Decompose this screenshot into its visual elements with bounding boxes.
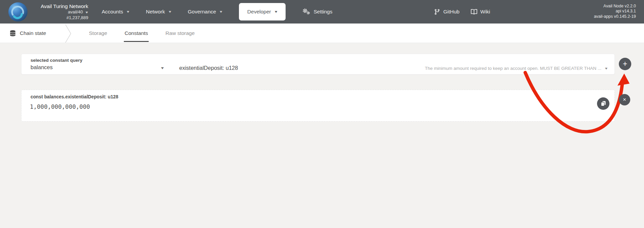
apps-version: avail-apps v0.145.2-19 xyxy=(594,14,636,19)
menu-item-developer[interactable]: Developer▼ xyxy=(239,3,286,20)
top-navigation-bar: Avail Turing Network avail/40▼ #1,237,88… xyxy=(0,0,644,24)
external-links: GitHub Wiki xyxy=(434,0,490,24)
section-title-label: Chain state xyxy=(20,30,46,36)
network-meta: Avail Turing Network avail/40▼ #1,237,88… xyxy=(30,3,88,20)
node-version: Avail Node v2.2.0 xyxy=(594,4,636,9)
menu-item-governance[interactable]: Governance▼ xyxy=(188,9,222,15)
version-info: Avail Node v2.2.0 api v14.3.1 avail-apps… xyxy=(594,4,636,19)
chevron-down-icon: ▼ xyxy=(219,10,223,13)
copy-value-button[interactable] xyxy=(597,97,609,110)
chevron-down-icon: ▼ xyxy=(126,10,130,13)
constant-description: The minimum amount required to keep an a… xyxy=(425,66,601,71)
menu-item-accounts[interactable]: Accounts▼ xyxy=(102,9,130,15)
wiki-link[interactable]: Wiki xyxy=(471,9,490,15)
query-label: selected constant query xyxy=(31,58,83,63)
api-version: api v14.3.1 xyxy=(594,9,636,14)
tabs: Storage Constants Raw storage xyxy=(89,24,195,43)
network-chain-select[interactable]: avail/40▼ xyxy=(30,9,88,15)
remove-result-button[interactable]: × xyxy=(619,94,630,105)
menu-item-network[interactable]: Network▼ xyxy=(146,9,171,15)
tab-storage[interactable]: Storage xyxy=(89,24,107,43)
query-result-row: const balances.existentialDeposit: u128 … xyxy=(21,90,615,122)
chevron-down-icon: ▼ xyxy=(274,10,278,13)
app-window: Avail Turing Network avail/40▼ #1,237,88… xyxy=(0,0,644,228)
tab-constants[interactable]: Constants xyxy=(125,24,148,43)
chevron-down-icon[interactable]: ▼ xyxy=(160,66,165,70)
avail-logo-icon xyxy=(8,2,28,21)
gear-icon xyxy=(302,8,310,16)
separator-chevron xyxy=(65,24,72,43)
result-value: 1,000,000,000,000 xyxy=(30,103,90,110)
avail-logo[interactable] xyxy=(8,2,28,21)
book-icon xyxy=(471,9,477,15)
network-name: Avail Turing Network xyxy=(30,3,88,9)
page-tabbar: Chain state Storage Constants Raw storag… xyxy=(0,24,644,43)
pallet-dropdown[interactable]: balances xyxy=(31,64,165,71)
constant-description-dropdown[interactable]: The minimum amount required to keep an a… xyxy=(425,66,608,71)
result-title: const balances.existentialDeposit: u128 xyxy=(31,94,118,99)
constant-query-card: selected constant query balances ▼ exist… xyxy=(21,54,615,75)
copy-icon xyxy=(601,101,606,106)
chevron-down-icon: ▼ xyxy=(604,67,608,70)
github-link[interactable]: GitHub xyxy=(434,9,459,15)
section-title: Chain state xyxy=(10,24,46,43)
tab-raw-storage[interactable]: Raw storage xyxy=(165,24,195,43)
add-query-button[interactable]: + xyxy=(619,58,631,70)
menu-item-settings[interactable]: Settings xyxy=(302,7,332,16)
chevron-down-icon: ▼ xyxy=(85,10,89,15)
git-branch-icon xyxy=(434,9,440,15)
constant-dropdown[interactable]: existentialDeposit: u128 xyxy=(179,65,238,71)
database-icon xyxy=(10,30,15,36)
chevron-down-icon: ▼ xyxy=(168,10,172,13)
main-menu: Accounts▼ Network▼ Governance▼ Developer… xyxy=(102,0,332,24)
block-number: #1,237,889 xyxy=(30,15,88,20)
